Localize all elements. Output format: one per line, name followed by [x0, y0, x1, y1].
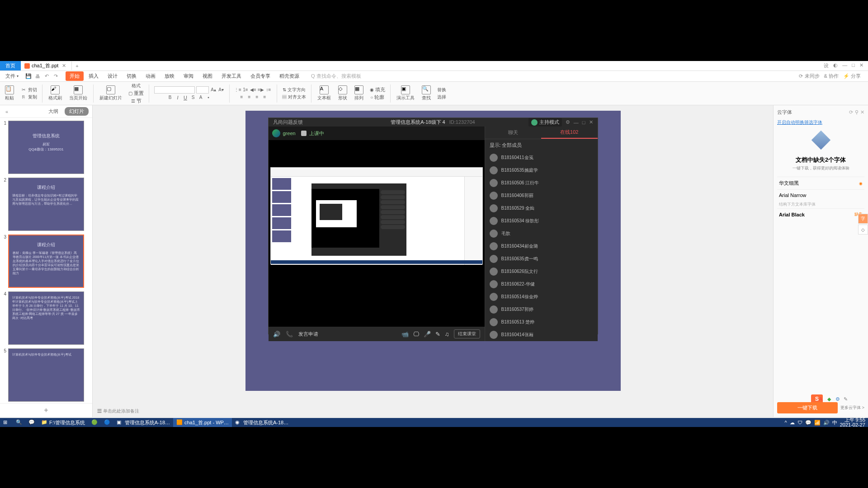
member-item[interactable]: B18160513 楚烨 — [485, 316, 598, 328]
member-item[interactable]: B18160529 全灿 — [485, 202, 598, 215]
speak-request[interactable]: 发言申请 — [298, 331, 318, 338]
find-button[interactable]: 🔍查找 — [420, 84, 433, 102]
inc-font-icon[interactable]: A▴ — [210, 87, 217, 93]
video-icon[interactable]: 📹 — [401, 331, 409, 338]
outline-button[interactable]: ○ 轮廓 — [370, 94, 384, 101]
replace-button[interactable]: 替换 — [437, 87, 446, 93]
justify-icon[interactable]: ≡ — [262, 94, 268, 100]
line-space-icon[interactable]: ↕≡ — [265, 87, 272, 93]
section-button[interactable]: ☰ 节 — [131, 98, 142, 104]
settings-icon[interactable]: ⚙ — [566, 119, 570, 125]
undo-icon[interactable]: ↶ — [43, 73, 50, 80]
pin-icon[interactable]: ⚲ — [855, 109, 859, 115]
highlight-icon[interactable]: ▪ — [205, 94, 212, 101]
new-tab-button[interactable]: + — [72, 62, 82, 70]
tray-wechat-icon[interactable]: 💬 — [805, 420, 811, 426]
menu-tab-放映[interactable]: 放映 — [160, 71, 179, 81]
member-item[interactable]: B18160411金笺 — [485, 151, 598, 164]
refresh-icon[interactable]: ⟳ — [849, 109, 853, 115]
member-item[interactable]: 毛歆 — [485, 227, 598, 240]
close-icon[interactable]: ✕ — [859, 62, 863, 69]
menu-tab-设计[interactable]: 设计 — [104, 71, 122, 81]
speaker-icon[interactable]: 🔊 — [273, 331, 280, 338]
taskbar-item[interactable]: 💬 — [25, 418, 38, 427]
underline-icon[interactable]: U — [182, 94, 189, 101]
coop-button[interactable]: & 协作 — [824, 73, 839, 80]
indent-dec-icon[interactable]: ◀≡ — [250, 87, 256, 93]
redo-icon[interactable]: ↷ — [52, 73, 59, 80]
vtab-font[interactable]: 字 — [858, 214, 868, 224]
menu-tab-开发工具[interactable]: 开发工具 — [217, 71, 245, 81]
tool-b-icon[interactable]: ◆ — [827, 396, 834, 403]
slide-thumb[interactable]: 5计算机技术与软件专业技术资格(水平)考试 — [2, 348, 90, 402]
add-slide-button[interactable]: + — [0, 403, 92, 417]
indent-inc-icon[interactable]: ≡▶ — [258, 87, 264, 93]
chat-tab[interactable]: 聊天 — [485, 127, 542, 139]
file-menu[interactable]: 文件 ▾ — [3, 72, 21, 80]
taskbar-item[interactable]: 🟢 — [88, 418, 101, 427]
vtab-2[interactable]: ◇ — [858, 225, 868, 235]
music-icon[interactable]: ♫ — [445, 331, 449, 338]
align-center-icon[interactable]: ≡ — [246, 94, 253, 100]
clock[interactable]: 上午 9:55 2021-02-27 — [840, 418, 865, 427]
align-right-icon[interactable]: ≡ — [254, 94, 260, 100]
minimize-icon[interactable]: — — [842, 62, 847, 69]
tray-vol-icon[interactable]: 🔊 — [823, 420, 830, 426]
maximize-icon[interactable]: □ — [852, 62, 855, 69]
italic-icon[interactable]: I — [175, 94, 181, 101]
mic-icon[interactable]: 🎤 — [424, 331, 431, 338]
format-button[interactable]: 格式 — [132, 83, 141, 89]
taskbar-item[interactable]: ◉管理信息系统A-18… — [232, 418, 292, 427]
tray-net-icon[interactable]: 📶 — [814, 420, 821, 426]
tool-d-icon[interactable]: ✎ — [844, 396, 850, 403]
select-button[interactable]: 选择 — [437, 94, 446, 100]
print-icon[interactable]: 🖶 — [34, 73, 41, 80]
save-icon[interactable]: 💾 — [25, 73, 32, 80]
search-input[interactable]: Q 查找命令、搜索模板 — [311, 73, 361, 80]
member-item[interactable]: B18160434郝金璐 — [485, 240, 598, 253]
tray-cloud-icon[interactable]: ☁ — [790, 420, 795, 426]
align-text[interactable]: ▤ 对齐文本 — [282, 94, 306, 100]
taskbar-item[interactable]: 📁F:\管理信息系统 — [38, 418, 88, 427]
close-panel-icon[interactable]: ✕ — [860, 109, 864, 115]
font-color-icon[interactable]: A — [198, 94, 204, 101]
bullets-icon[interactable]: ⋮≡ — [235, 87, 241, 93]
paste-button[interactable]: 📋粘贴 — [3, 84, 16, 102]
textbox-button[interactable]: A文本框 — [315, 84, 333, 102]
align-left-icon[interactable]: ≡ — [239, 94, 245, 100]
member-item[interactable]: B18160534 徐歆彤 — [485, 215, 598, 227]
font-item[interactable]: Arial Narrow — [777, 189, 864, 201]
menu-tab-开始[interactable]: 开始 — [66, 71, 84, 81]
format-painter-button[interactable]: 🖌格式刷 — [46, 84, 64, 102]
font-size[interactable] — [196, 86, 209, 94]
strike-icon[interactable]: S — [190, 94, 196, 101]
menu-tab-审阅[interactable]: 审阅 — [179, 71, 198, 81]
bold-icon[interactable]: B — [167, 94, 173, 101]
text-direction[interactable]: ⇅ 文字方向 — [283, 87, 306, 93]
copy-icon[interactable]: ⎘ — [20, 94, 27, 100]
phone-icon[interactable]: 📞 — [286, 331, 293, 338]
member-item[interactable]: B18160622-华健 — [485, 278, 598, 291]
tool-a-icon[interactable]: A — [819, 396, 826, 403]
menu-tab-会员专享[interactable]: 会员专享 — [246, 71, 274, 81]
camera-icon[interactable] — [301, 131, 307, 136]
menu-tab-插入[interactable]: 插入 — [85, 71, 103, 81]
slide-thumb[interactable]: 1管理信息系统易军QQ&微信：13895201 — [2, 121, 90, 174]
leave-button[interactable]: 结束课堂 — [454, 329, 480, 338]
home-tab[interactable]: 首页 — [0, 61, 21, 70]
shape-button[interactable]: ◇形状 — [336, 84, 349, 102]
tray-ime-icon[interactable]: 中 — [832, 419, 837, 426]
menu-tab-视图[interactable]: 视图 — [198, 71, 217, 81]
edit-icon[interactable]: ✎ — [435, 331, 440, 338]
member-item[interactable]: B18160514徐金烨 — [485, 291, 598, 303]
cut-icon[interactable]: ✂ — [20, 87, 27, 93]
slide-thumb[interactable]: 4计算机技术与软件专业技术资格(水平)考试 2018 年计算机技术与软件专业技术… — [2, 291, 90, 345]
taskbar-item[interactable]: 🟧cha1_首.ppt - WP… — [173, 418, 232, 427]
member-item[interactable]: B18160406郭丽 — [485, 189, 598, 202]
close-tab-icon[interactable]: ✕ — [60, 63, 68, 69]
maximize-icon[interactable]: □ — [582, 120, 585, 125]
online-tab[interactable]: 在线102 — [541, 127, 598, 139]
dec-font-icon[interactable]: A▾ — [218, 87, 224, 93]
member-item[interactable]: B18160635龚一鸣 — [485, 253, 598, 265]
menu-tab-稻壳资源[interactable]: 稻壳资源 — [275, 71, 303, 81]
